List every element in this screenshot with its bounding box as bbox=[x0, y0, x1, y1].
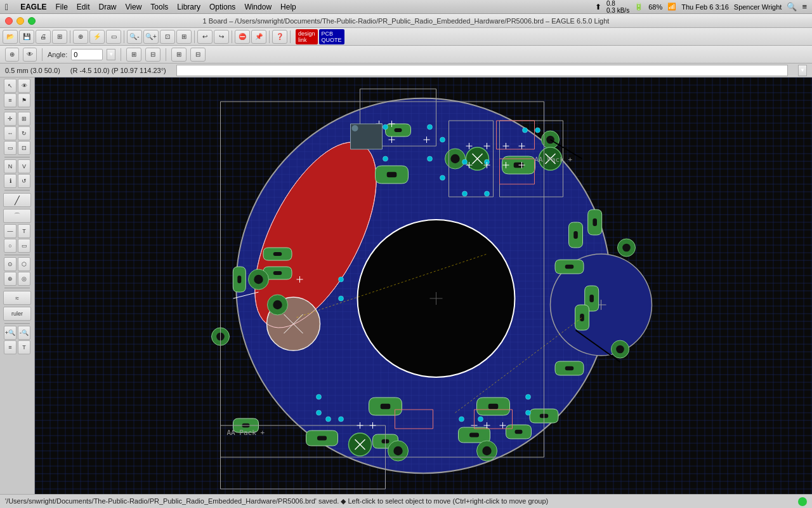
line-text-pair: — T bbox=[4, 224, 30, 238]
undo-btn[interactable]: ↩ bbox=[197, 30, 213, 44]
drc-tool[interactable]: ⚑ bbox=[18, 93, 30, 107]
change-tool[interactable]: ⊡ bbox=[18, 141, 30, 155]
grid-dots-btn[interactable]: ⊞ bbox=[171, 48, 187, 62]
via-tool[interactable]: ⊙ bbox=[4, 257, 16, 271]
mirror-v-btn[interactable]: ⊟ bbox=[145, 48, 160, 62]
group-btn[interactable]: ▭ bbox=[106, 30, 121, 44]
zoom-fit-btn[interactable]: ⊡ bbox=[160, 30, 175, 44]
title-bar: 1 Board – /Users/snwright/Documents/The-… bbox=[0, 14, 812, 28]
move-tool-pair: ✛ ⊞ bbox=[4, 112, 30, 126]
circle-tool[interactable]: ○ bbox=[4, 239, 16, 253]
select-tool[interactable]: ↖ bbox=[4, 79, 16, 93]
look-tool[interactable]: 👁 bbox=[18, 79, 30, 93]
search-menu-icon[interactable]: 🔍 bbox=[787, 2, 797, 11]
via-poly-pair: ⊙ ⬡ bbox=[4, 257, 30, 271]
name-tool[interactable]: N bbox=[4, 159, 16, 173]
close-button[interactable] bbox=[5, 17, 13, 25]
angle-input[interactable] bbox=[71, 49, 103, 60]
print-btn[interactable]: 🖨 bbox=[36, 30, 51, 44]
eye-btn[interactable]: 👁 bbox=[23, 48, 37, 62]
apple-menu[interactable]:  bbox=[5, 2, 8, 12]
left-toolbar: ↖ 👁 ≡ ⚑ ✛ ⊞ ↔ ↻ ▭ ⊡ N V ℹ ↺ ╱ ⌒ bbox=[0, 77, 35, 494]
eagle-canvas bbox=[35, 77, 812, 494]
line-tool[interactable]: — bbox=[4, 224, 16, 238]
zoom-sel-btn[interactable]: ⊞ bbox=[176, 30, 192, 44]
text2-tool[interactable]: T bbox=[18, 340, 30, 354]
command-dropdown[interactable]: ▼ bbox=[798, 65, 807, 76]
move-tool[interactable]: ✛ bbox=[4, 112, 16, 126]
angle-label: Angle: bbox=[48, 51, 67, 58]
arc-tool[interactable]: ⌒ bbox=[3, 209, 31, 223]
minimize-button[interactable] bbox=[16, 17, 24, 25]
info-tool[interactable]: ℹ bbox=[4, 174, 16, 188]
canvas-area[interactable] bbox=[35, 77, 812, 494]
ratsnest-tool[interactable]: ≈ bbox=[3, 291, 31, 305]
redo-btn[interactable]: ↪ bbox=[214, 30, 229, 44]
menu-eagle[interactable]: EAGLE bbox=[20, 3, 46, 11]
help-btn[interactable]: ❓ bbox=[272, 30, 287, 44]
command-input[interactable] bbox=[176, 65, 788, 76]
statusbar-bottom: '/Users/snwright/Documents/The-Public-Ra… bbox=[0, 494, 812, 508]
designlink-btn[interactable]: designlink bbox=[296, 29, 318, 44]
position-display: (R -4.5 10.0) (P 10.97 114.23°) bbox=[70, 67, 166, 74]
script-btn[interactable]: 📌 bbox=[251, 30, 266, 44]
copy-tool[interactable]: ⊞ bbox=[18, 112, 30, 126]
menu-edit[interactable]: Edit bbox=[77, 3, 90, 11]
zoom-out-lt[interactable]: -🔍 bbox=[18, 326, 30, 340]
fullscreen-button[interactable] bbox=[28, 17, 36, 25]
mirror-h-btn[interactable]: ⊞ bbox=[126, 48, 141, 62]
wire-tool[interactable]: ╱ bbox=[3, 193, 31, 207]
layer-tool-pair: ≡ ⚑ bbox=[4, 93, 30, 107]
save-btn[interactable]: 💾 bbox=[19, 30, 34, 44]
zoom-in-btn[interactable]: 🔍+ bbox=[143, 30, 159, 44]
datetime: Thu Feb 6 3:16 bbox=[681, 3, 729, 11]
toolbar2: ⊕ 👁 Angle: ▼ ⊞ ⊟ ⊞ ⊟ bbox=[0, 46, 812, 64]
open-btn[interactable]: 📂 bbox=[3, 30, 18, 44]
coord-bar: 0.5 mm (3.0 50.0) (R -4.5 10.0) (P 10.97… bbox=[0, 64, 812, 77]
menu-help[interactable]: Help bbox=[280, 3, 296, 11]
polygon-tool[interactable]: ⬡ bbox=[18, 257, 30, 271]
list-menu-icon[interactable]: ≡ bbox=[802, 2, 807, 11]
pcbquote-btn[interactable]: PCBQUOTE bbox=[319, 29, 344, 44]
add-btn[interactable]: ⊕ bbox=[73, 30, 88, 44]
zoom-in-lt[interactable]: +🔍 bbox=[4, 326, 16, 340]
measure-tool[interactable]: ruler bbox=[3, 307, 31, 321]
grid-lines-btn[interactable]: ⊟ bbox=[190, 48, 206, 62]
rotate-tool[interactable]: ↻ bbox=[18, 126, 30, 140]
layer-tool[interactable]: ≡ bbox=[4, 93, 16, 107]
menu-right-items: ⬆ 0.80.3 kB/s 🔋 68% 📶 Thu Feb 6 3:16 Spe… bbox=[595, 0, 807, 14]
menu-view[interactable]: View bbox=[126, 3, 142, 11]
group-change-pair: ▭ ⊡ bbox=[4, 141, 30, 155]
tag-tool[interactable]: ≡ bbox=[4, 340, 16, 354]
menu-file[interactable]: File bbox=[55, 3, 67, 11]
window-title: 1 Board – /Users/snwright/Documents/The-… bbox=[203, 17, 610, 25]
menu-library[interactable]: Library bbox=[177, 3, 200, 11]
info-spin-pair: ℹ ↺ bbox=[4, 174, 30, 188]
traffic-lights bbox=[5, 17, 36, 25]
smash-btn[interactable]: ⚡ bbox=[89, 30, 105, 44]
stop-btn[interactable]: ⛔ bbox=[235, 30, 250, 44]
mirror-rotate-pair: ↔ ↻ bbox=[4, 126, 30, 140]
pad-tool[interactable]: ⊕ bbox=[4, 272, 16, 286]
mirror-tool[interactable]: ↔ bbox=[4, 126, 16, 140]
status-message: '/Users/snwright/Documents/The-Public-Ra… bbox=[5, 497, 793, 505]
snap-btn[interactable]: ⊕ bbox=[5, 48, 19, 62]
text-tool[interactable]: T bbox=[18, 224, 30, 238]
spin-tool[interactable]: ↺ bbox=[18, 174, 30, 188]
battery-percent: 68% bbox=[648, 3, 662, 11]
toolbar1: 📂 💾 🖨 ⊞ ⊕ ⚡ ▭ 🔍- 🔍+ ⊡ ⊞ ↩ ↪ ⛔ 📌 ❓ design… bbox=[0, 28, 812, 46]
pad-hole-pair: ⊕ ◎ bbox=[4, 272, 30, 286]
menu-options[interactable]: Options bbox=[209, 3, 235, 11]
menu-draw[interactable]: Draw bbox=[99, 3, 117, 11]
rect-tool[interactable]: ▭ bbox=[18, 239, 30, 253]
hole-tool[interactable]: ◎ bbox=[18, 272, 30, 286]
zoom-pair: +🔍 -🔍 bbox=[4, 326, 30, 340]
menu-tools[interactable]: Tools bbox=[150, 3, 168, 11]
zoom-out-btn[interactable]: 🔍- bbox=[127, 30, 142, 44]
value-tool[interactable]: V bbox=[18, 159, 30, 173]
tag-pair: ≡ T bbox=[4, 340, 30, 354]
layer-display-btn[interactable]: ⊞ bbox=[52, 30, 67, 44]
group-tool[interactable]: ▭ bbox=[4, 141, 16, 155]
menu-window[interactable]: Window bbox=[244, 3, 272, 11]
angle-dropdown[interactable]: ▼ bbox=[107, 49, 115, 60]
